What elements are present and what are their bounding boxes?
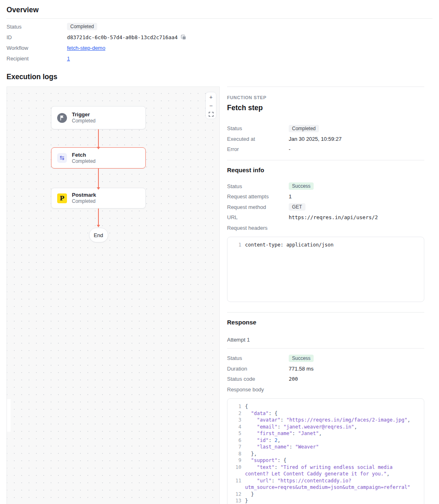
executed-at-value: Jan 30 2025, 10:59:27: [289, 136, 341, 142]
attempt-label: Attempt 1: [227, 337, 424, 343]
status-code-label: Status code: [227, 376, 289, 382]
overview-recipient-row: Recipient 1: [7, 53, 439, 64]
zoom-out-button[interactable]: −: [206, 101, 216, 110]
node-title: Postmark: [72, 192, 96, 198]
request-headers-label: Request headers: [227, 225, 289, 231]
edge-postmark-end: [98, 209, 99, 225]
divider: [227, 348, 424, 349]
overview-title: Overview: [7, 6, 439, 14]
edge-fetch-postmark: [98, 169, 99, 188]
error-value: -: [289, 146, 290, 152]
workflow-label: Workflow: [7, 45, 67, 51]
divider: [227, 160, 424, 160]
step-title: Fetch step: [227, 104, 424, 112]
response-duration-value: 771.58 ms: [289, 366, 314, 372]
request-headers-code[interactable]: 1content-type: application/json: [227, 237, 424, 302]
recipient-label: Recipient: [7, 56, 67, 62]
response-info: Status Success Duration 771.58 ms Status…: [227, 353, 424, 395]
response-body-code[interactable]: 1{2 "data": {3 "avatar": "https://reqres…: [227, 398, 424, 504]
overview-divider: [7, 18, 432, 19]
divider: [227, 312, 424, 313]
request-method-badge: GET: [289, 203, 305, 211]
node-status: Completed: [72, 198, 96, 204]
execution-logs-main: Trigger Completed Fetch Completed: [7, 87, 439, 504]
canvas-zoom-controls: + −: [205, 92, 216, 119]
node-fetch[interactable]: Fetch Completed: [51, 147, 146, 169]
response-title: Response: [227, 319, 424, 326]
step-summary: Status Completed Executed at Jan 30 2025…: [227, 123, 424, 155]
flag-icon: [57, 113, 67, 123]
step-kicker: FUNCTION STEP: [227, 95, 424, 100]
status-code-value: 200: [289, 376, 298, 382]
response-body-label: Response body: [227, 386, 289, 393]
request-info-title: Request info: [227, 167, 424, 173]
workflow-flow: Trigger Completed Fetch Completed: [51, 87, 146, 242]
request-attempts-value: 1: [289, 193, 292, 200]
node-trigger[interactable]: Trigger Completed: [51, 106, 146, 129]
request-attempts-label: Request attempts: [227, 193, 289, 200]
node-title: Fetch: [72, 152, 96, 158]
page: Overview Status Completed ID d83721dc-6c…: [0, 0, 439, 504]
request-status-label: Status: [227, 183, 289, 189]
overview-id-row: ID d83721dc-6c0b-57d4-a0b8-13cd2c716aa4: [7, 32, 439, 42]
status-label: Status: [7, 24, 67, 30]
workflow-canvas[interactable]: Trigger Completed Fetch Completed: [7, 87, 220, 504]
postmark-p-icon: P: [57, 193, 67, 203]
node-status: Completed: [72, 118, 96, 124]
canvas-scroll-strip: [7, 399, 11, 432]
executed-at-label: Executed at: [227, 136, 289, 142]
request-method-label: Request method: [227, 204, 289, 210]
response-status-badge: Success: [289, 355, 314, 362]
request-url-value: https://reqres.in/api/users/2: [289, 214, 378, 220]
edge-trigger-fetch: [98, 129, 99, 147]
node-title: Trigger: [72, 111, 96, 118]
response-status-label: Status: [227, 355, 289, 361]
request-info: Status Success Request attempts 1 Reques…: [227, 181, 424, 233]
overview-workflow-row: Workflow fetch-step-demo: [7, 42, 439, 53]
copy-id-button[interactable]: [181, 35, 186, 40]
execution-logs-title: Execution logs: [7, 73, 439, 81]
request-status-badge: Success: [289, 182, 314, 190]
node-end[interactable]: End: [89, 228, 108, 242]
step-status-label: Status: [227, 125, 289, 131]
copy-icon: [181, 35, 186, 40]
recipient-link[interactable]: 1: [67, 56, 70, 62]
overview-status-row: Status Completed: [7, 21, 439, 32]
node-postmark[interactable]: P Postmark Completed: [51, 188, 146, 209]
step-detail-panel: FUNCTION STEP Fetch step Status Complete…: [227, 87, 424, 504]
id-label: ID: [7, 34, 67, 40]
id-value: d83721dc-6c0b-57d4-a0b8-13cd2c716aa4: [67, 34, 178, 40]
status-badge: Completed: [67, 23, 97, 30]
step-status-badge: Completed: [289, 125, 319, 132]
node-status: Completed: [72, 158, 96, 164]
plus-icon: +: [209, 93, 212, 101]
fit-view-icon: [209, 112, 214, 117]
minus-icon: −: [209, 102, 212, 110]
error-label: Error: [227, 146, 289, 152]
response-duration-label: Duration: [227, 366, 289, 372]
swap-arrows-icon: [57, 153, 67, 163]
zoom-in-button[interactable]: +: [206, 93, 216, 101]
fit-view-button[interactable]: [206, 110, 216, 118]
workflow-link[interactable]: fetch-step-demo: [67, 45, 105, 51]
request-url-label: URL: [227, 214, 289, 220]
